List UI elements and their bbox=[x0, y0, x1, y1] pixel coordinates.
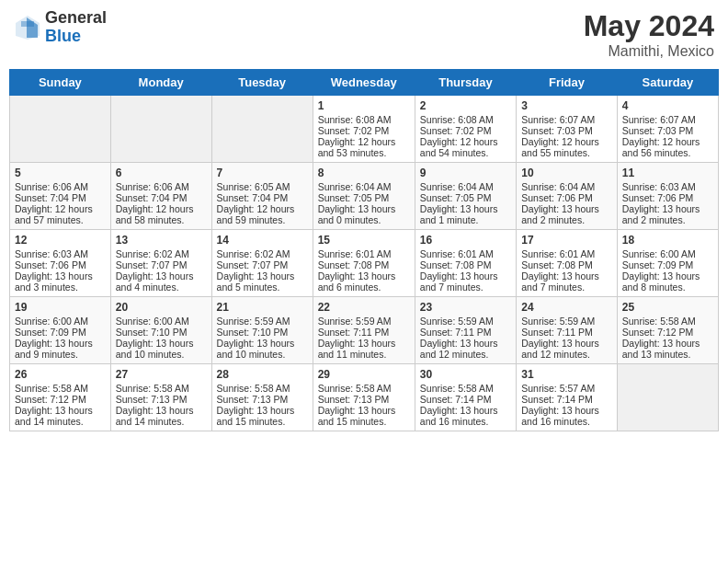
calendar-week-row: 26Sunrise: 5:58 AMSunset: 7:12 PMDayligh… bbox=[10, 364, 719, 431]
day-number: 6 bbox=[116, 167, 207, 179]
calendar-cell: 30Sunrise: 5:58 AMSunset: 7:14 PMDayligh… bbox=[415, 364, 516, 431]
day-number: 11 bbox=[622, 167, 713, 179]
daylight-text: Daylight: 13 hours and 12 minutes. bbox=[420, 338, 498, 360]
sunrise-text: Sunrise: 5:58 AM bbox=[318, 383, 392, 394]
daylight-text: Daylight: 13 hours and 2 minutes. bbox=[521, 203, 599, 225]
calendar-cell: 10Sunrise: 6:04 AMSunset: 7:06 PMDayligh… bbox=[517, 163, 618, 230]
calendar-cell: 31Sunrise: 5:57 AMSunset: 7:14 PMDayligh… bbox=[517, 364, 618, 431]
day-of-week-header: Wednesday bbox=[313, 70, 415, 96]
calendar-cell: 17Sunrise: 6:01 AMSunset: 7:08 PMDayligh… bbox=[517, 230, 618, 297]
day-number: 19 bbox=[15, 301, 106, 314]
daylight-text: Daylight: 13 hours and 9 minutes. bbox=[15, 338, 93, 360]
sunrise-text: Sunrise: 5:57 AM bbox=[521, 383, 595, 394]
sunrise-text: Sunrise: 6:04 AM bbox=[318, 181, 392, 192]
calendar-cell: 27Sunrise: 5:58 AMSunset: 7:13 PMDayligh… bbox=[110, 364, 211, 431]
calendar-cell bbox=[617, 364, 718, 431]
sunrise-text: Sunrise: 6:03 AM bbox=[15, 248, 88, 259]
sunrise-text: Sunrise: 5:59 AM bbox=[217, 316, 290, 327]
day-number: 29 bbox=[318, 368, 410, 381]
sunrise-text: Sunrise: 6:07 AM bbox=[521, 114, 595, 125]
sunrise-text: Sunrise: 5:58 AM bbox=[622, 316, 696, 327]
calendar-cell: 7Sunrise: 6:05 AMSunset: 7:04 PMDaylight… bbox=[211, 163, 313, 230]
calendar-cell: 25Sunrise: 5:58 AMSunset: 7:12 PMDayligh… bbox=[617, 297, 718, 364]
sunrise-text: Sunrise: 6:00 AM bbox=[622, 248, 696, 259]
sunrise-text: Sunrise: 5:59 AM bbox=[318, 316, 392, 327]
day-of-week-header: Friday bbox=[517, 70, 618, 96]
sunset-text: Sunset: 7:10 PM bbox=[217, 327, 289, 338]
daylight-text: Daylight: 13 hours and 8 minutes. bbox=[622, 270, 700, 293]
day-number: 10 bbox=[521, 167, 612, 179]
day-number: 16 bbox=[420, 234, 511, 247]
day-number: 13 bbox=[116, 234, 207, 247]
sunset-text: Sunset: 7:06 PM bbox=[15, 259, 86, 270]
daylight-text: Daylight: 13 hours and 11 minutes. bbox=[318, 338, 396, 360]
location-title: Mamithi, Mexico bbox=[584, 43, 714, 60]
day-number: 4 bbox=[622, 99, 713, 112]
calendar-cell: 13Sunrise: 6:02 AMSunset: 7:07 PMDayligh… bbox=[110, 230, 211, 297]
calendar-cell bbox=[211, 96, 313, 163]
calendar-cell: 4Sunrise: 6:07 AMSunset: 7:03 PMDaylight… bbox=[617, 96, 718, 163]
month-title: May 2024 bbox=[584, 9, 714, 43]
sunset-text: Sunset: 7:04 PM bbox=[15, 192, 86, 203]
daylight-text: Daylight: 13 hours and 5 minutes. bbox=[217, 270, 295, 293]
day-number: 12 bbox=[15, 234, 106, 247]
sunset-text: Sunset: 7:14 PM bbox=[420, 394, 492, 405]
day-number: 15 bbox=[318, 234, 410, 247]
sunset-text: Sunset: 7:06 PM bbox=[521, 192, 593, 203]
sunset-text: Sunset: 7:04 PM bbox=[217, 192, 289, 203]
daylight-text: Daylight: 13 hours and 1 minute. bbox=[420, 203, 498, 225]
calendar-header-row: SundayMondayTuesdayWednesdayThursdayFrid… bbox=[10, 70, 719, 96]
title-block: May 2024 Mamithi, Mexico bbox=[584, 9, 714, 60]
day-of-week-header: Saturday bbox=[617, 70, 718, 96]
calendar-cell: 23Sunrise: 5:59 AMSunset: 7:11 PMDayligh… bbox=[415, 297, 516, 364]
sunset-text: Sunset: 7:02 PM bbox=[318, 125, 390, 136]
daylight-text: Daylight: 12 hours and 54 minutes. bbox=[420, 136, 498, 158]
sunset-text: Sunset: 7:13 PM bbox=[217, 394, 289, 405]
calendar-week-row: 19Sunrise: 6:00 AMSunset: 7:09 PMDayligh… bbox=[10, 297, 719, 364]
daylight-text: Daylight: 12 hours and 56 minutes. bbox=[622, 136, 700, 158]
calendar-cell: 16Sunrise: 6:01 AMSunset: 7:08 PMDayligh… bbox=[415, 230, 516, 297]
sunset-text: Sunset: 7:07 PM bbox=[217, 259, 289, 270]
logo-general: General bbox=[45, 9, 107, 28]
sunset-text: Sunset: 7:05 PM bbox=[318, 192, 390, 203]
sunset-text: Sunset: 7:03 PM bbox=[622, 125, 694, 136]
sunrise-text: Sunrise: 6:01 AM bbox=[420, 248, 494, 259]
sunrise-text: Sunrise: 5:58 AM bbox=[420, 383, 494, 394]
day-number: 26 bbox=[15, 368, 106, 381]
sunset-text: Sunset: 7:08 PM bbox=[420, 259, 492, 270]
calendar-cell: 20Sunrise: 6:00 AMSunset: 7:10 PMDayligh… bbox=[110, 297, 211, 364]
calendar-cell: 15Sunrise: 6:01 AMSunset: 7:08 PMDayligh… bbox=[313, 230, 415, 297]
sunrise-text: Sunrise: 6:08 AM bbox=[420, 114, 494, 125]
sunset-text: Sunset: 7:14 PM bbox=[521, 394, 593, 405]
daylight-text: Daylight: 13 hours and 10 minutes. bbox=[217, 338, 295, 360]
sunrise-text: Sunrise: 6:08 AM bbox=[318, 114, 392, 125]
day-number: 22 bbox=[318, 301, 410, 314]
calendar-cell: 22Sunrise: 5:59 AMSunset: 7:11 PMDayligh… bbox=[313, 297, 415, 364]
daylight-text: Daylight: 13 hours and 4 minutes. bbox=[116, 270, 194, 293]
calendar-cell bbox=[10, 96, 111, 163]
day-number: 17 bbox=[521, 234, 612, 247]
sunset-text: Sunset: 7:12 PM bbox=[15, 394, 86, 405]
calendar-week-row: 1Sunrise: 6:08 AMSunset: 7:02 PMDaylight… bbox=[10, 96, 719, 163]
sunrise-text: Sunrise: 6:04 AM bbox=[420, 181, 494, 192]
day-number: 20 bbox=[116, 301, 207, 314]
daylight-text: Daylight: 12 hours and 58 minutes. bbox=[116, 203, 194, 225]
sunrise-text: Sunrise: 6:01 AM bbox=[521, 248, 595, 259]
day-number: 18 bbox=[622, 234, 713, 247]
calendar-cell: 5Sunrise: 6:06 AMSunset: 7:04 PMDaylight… bbox=[10, 163, 111, 230]
daylight-text: Daylight: 13 hours and 2 minutes. bbox=[622, 203, 700, 225]
sunset-text: Sunset: 7:04 PM bbox=[116, 192, 188, 203]
calendar-week-row: 5Sunrise: 6:06 AMSunset: 7:04 PMDaylight… bbox=[10, 163, 719, 230]
calendar-cell: 19Sunrise: 6:00 AMSunset: 7:09 PMDayligh… bbox=[10, 297, 111, 364]
day-number: 14 bbox=[217, 234, 308, 247]
calendar-cell: 14Sunrise: 6:02 AMSunset: 7:07 PMDayligh… bbox=[211, 230, 313, 297]
sunrise-text: Sunrise: 6:05 AM bbox=[217, 181, 290, 192]
day-number: 31 bbox=[521, 368, 612, 381]
sunset-text: Sunset: 7:10 PM bbox=[116, 327, 188, 338]
calendar-cell: 1Sunrise: 6:08 AMSunset: 7:02 PMDaylight… bbox=[313, 96, 415, 163]
sunrise-text: Sunrise: 6:06 AM bbox=[15, 181, 88, 192]
day-number: 5 bbox=[15, 167, 106, 179]
sunrise-text: Sunrise: 5:59 AM bbox=[521, 316, 595, 327]
calendar-cell: 6Sunrise: 6:06 AMSunset: 7:04 PMDaylight… bbox=[110, 163, 211, 230]
sunrise-text: Sunrise: 5:58 AM bbox=[116, 383, 189, 394]
